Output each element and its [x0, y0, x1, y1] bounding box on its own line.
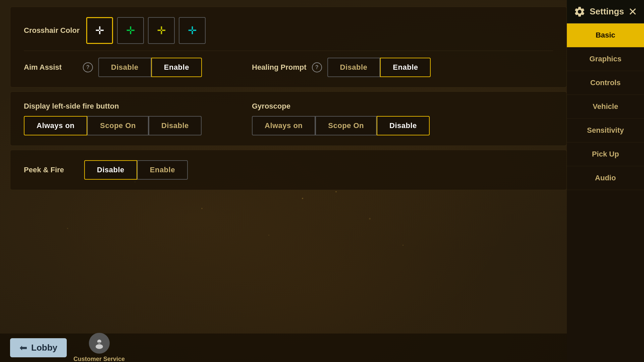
settings-title-area: Settings: [574, 6, 624, 18]
gyro-disable-btn[interactable]: Disable: [377, 116, 430, 135]
customer-service-label: Customer Service: [73, 356, 125, 362]
lobby-button[interactable]: ⬅ Lobby: [10, 338, 67, 357]
healing-prompt-label: Healing Prompt: [252, 63, 307, 72]
crosshair-green-icon: ✛: [126, 25, 135, 36]
peek-fire-buttons: Disable Enable: [84, 160, 188, 180]
healing-prompt-buttons: Disable Enable: [327, 58, 431, 77]
sidebar-item-controls[interactable]: Controls: [567, 71, 644, 95]
aim-healing-row: Aim Assist ? Disable Enable Healing Prom…: [24, 58, 553, 77]
sidebar-nav: Basic Graphics Controls Vehicle Sensitiv…: [567, 23, 644, 362]
sidebar-item-vehicle[interactable]: Vehicle: [567, 95, 644, 119]
healing-prompt-disable-btn[interactable]: Disable: [327, 58, 380, 77]
fire-always-on-btn[interactable]: Always on: [24, 116, 87, 135]
fire-button-toggle-group: Always on Scope On Disable: [24, 116, 202, 135]
gyro-always-on-btn[interactable]: Always on: [252, 116, 315, 135]
gyroscope-toggle-group: Always on Scope On Disable: [252, 116, 430, 135]
fire-button-label: Display left-side fire button: [24, 102, 119, 111]
sidebar-item-sensitivity[interactable]: Sensitivity: [567, 119, 644, 142]
crosshair-white[interactable]: ✛: [86, 17, 113, 44]
crosshair-cyan[interactable]: ✛: [179, 17, 206, 44]
sidebar-header: Settings ✕: [567, 0, 644, 23]
settings-title: Settings: [590, 6, 624, 17]
peek-fire-enable-btn[interactable]: Enable: [137, 160, 188, 180]
gyro-scope-on-btn[interactable]: Scope On: [315, 116, 377, 135]
aim-assist-enable-btn[interactable]: Enable: [151, 58, 202, 77]
fire-gyro-row: Display left-side fire button Always on …: [24, 102, 553, 135]
peek-fire-row: Peek & Fire Disable Enable: [24, 160, 553, 180]
crosshair-yellow[interactable]: ✛: [148, 17, 175, 44]
lobby-icon: ⬅: [19, 342, 27, 353]
sidebar-item-audio[interactable]: Audio: [567, 166, 644, 190]
peek-fire-disable-btn[interactable]: Disable: [84, 160, 137, 180]
gyroscope-group: Gyroscope Always on Scope On Disable: [218, 102, 553, 135]
aim-assist-help-icon[interactable]: ?: [83, 62, 93, 72]
healing-prompt-enable-btn[interactable]: Enable: [380, 58, 431, 77]
bottom-bar: ⬅ Lobby Customer Service: [0, 334, 567, 362]
svg-point-1: [96, 344, 103, 349]
gear-icon: [574, 6, 586, 18]
crosshair-aim-panel: Crosshair Color ✛ ✛ ✛ ✛ Aim Assist: [10, 7, 567, 87]
healing-prompt-group: Healing Prompt ? Disable Enable: [218, 58, 553, 77]
peek-fire-panel: Peek & Fire Disable Enable: [10, 150, 567, 190]
crosshair-options: ✛ ✛ ✛ ✛: [86, 17, 206, 44]
crosshair-row: Crosshair Color ✛ ✛ ✛ ✛: [24, 17, 553, 44]
crosshair-green[interactable]: ✛: [117, 17, 144, 44]
fire-disable-btn[interactable]: Disable: [149, 116, 202, 135]
customer-service-button[interactable]: Customer Service: [73, 333, 125, 362]
aim-assist-disable-btn[interactable]: Disable: [98, 58, 151, 77]
aim-assist-buttons: Disable Enable: [98, 58, 202, 77]
fire-gyro-panel: Display left-side fire button Always on …: [10, 92, 567, 146]
aim-assist-group: Aim Assist ? Disable Enable: [24, 58, 218, 77]
sidebar: Settings ✕ Basic Graphics Controls Vehic…: [567, 0, 644, 362]
customer-service-icon: [89, 333, 110, 354]
aim-assist-label: Aim Assist: [24, 63, 77, 72]
crosshair-yellow-icon: ✛: [157, 25, 166, 36]
peek-fire-label: Peek & Fire: [24, 166, 77, 174]
lobby-label: Lobby: [31, 343, 57, 353]
fire-scope-on-btn[interactable]: Scope On: [87, 116, 149, 135]
sidebar-item-basic[interactable]: Basic: [567, 23, 644, 47]
gyroscope-label: Gyroscope: [252, 102, 306, 111]
close-button[interactable]: ✕: [628, 6, 637, 17]
sidebar-item-pickup[interactable]: Pick Up: [567, 142, 644, 166]
crosshair-label: Crosshair Color: [24, 26, 79, 35]
healing-prompt-help-icon[interactable]: ?: [312, 62, 322, 72]
crosshair-cyan-icon: ✛: [188, 25, 197, 36]
crosshair-white-icon: ✛: [95, 25, 104, 36]
sidebar-item-graphics[interactable]: Graphics: [567, 47, 644, 71]
fire-button-group: Display left-side fire button Always on …: [24, 102, 218, 135]
